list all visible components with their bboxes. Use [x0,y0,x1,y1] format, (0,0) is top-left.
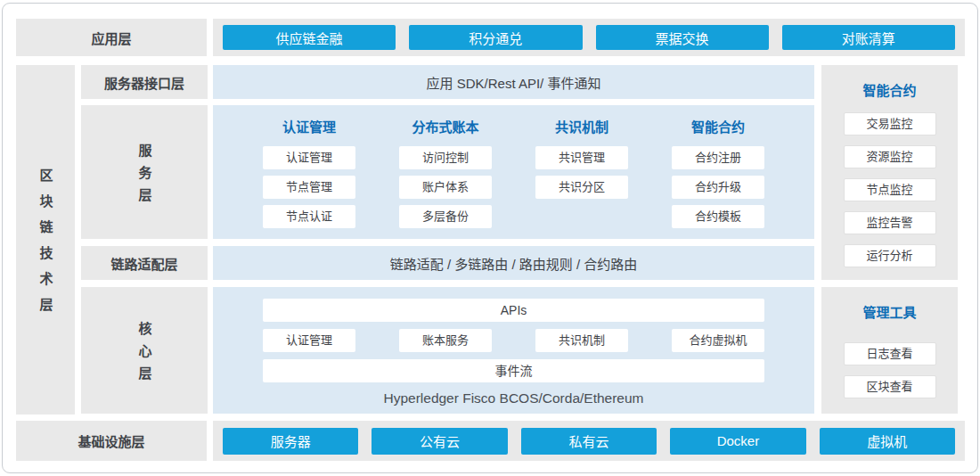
core-layer-panel: APIs 认证管理 账本服务 共识机制 合约虚拟机 事件流 Hyperledge… [213,287,814,414]
service-item[interactable]: 节点认证 [263,205,355,228]
platforms-text: Hyperledger Fisco BCOS/Corda/Ethereum [263,390,764,406]
service-column-consensus: 共识机制 共识管理 共识分区 [535,117,628,239]
infra-button-server[interactable]: 服务器 [223,428,358,455]
app-button-points-exchange[interactable]: 积分通兑 [409,25,582,50]
service-item[interactable]: 共识管理 [535,146,628,169]
service-column-header: 认证管理 [263,117,355,135]
service-item[interactable]: 共识分区 [535,176,628,199]
service-item[interactable]: 合约模板 [672,205,764,228]
management-tools-items: 日志查看 区块查看 [821,342,958,398]
infra-button-private-cloud[interactable]: 私有云 [521,428,657,455]
service-item[interactable]: 节点管理 [263,176,355,199]
apis-bar: APIs [263,299,764,322]
monitoring-panel-header: 智能合约 [821,80,958,99]
infra-button-vm[interactable]: 虚拟机 [820,428,955,455]
architecture-diagram: 应用层 供应链金融 积分通兑 票据交换 对账清算 区块链技术层 服务器接口层 服… [2,3,978,473]
infra-button-docker[interactable]: Docker [670,428,805,455]
service-item[interactable]: 访问控制 [399,146,492,169]
service-column-auth: 认证管理 认证管理 节点管理 节点认证 [263,117,355,239]
monitoring-item[interactable]: 资源监控 [844,145,936,168]
link-adaptation-bar: 链路适配 / 多链路由 / 路由规则 / 合约路由 [213,246,814,280]
core-layer-label: 核心层 [81,287,208,414]
management-tools-header: 管理工具 [821,302,958,321]
service-item[interactable]: 账户体系 [399,176,492,199]
app-button-bill-exchange[interactable]: 票据交换 [596,25,769,50]
service-item[interactable]: 多层备份 [399,205,492,228]
service-column-smart-contract: 智能合约 合约注册 合约升级 合约模板 [672,117,764,239]
core-module[interactable]: 账本服务 [399,329,492,352]
service-column-ledger: 分布式账本 访问控制 账户体系 多层备份 [399,117,492,239]
app-button-reconciliation-clearing[interactable]: 对账清算 [782,25,955,50]
service-column-header: 智能合约 [672,117,764,135]
monitoring-item[interactable]: 运行分析 [844,244,936,267]
blockchain-tech-layer-strip: 区块链技术层 [16,65,75,414]
infra-button-public-cloud[interactable]: 公有云 [372,428,507,455]
service-column-header: 分布式账本 [399,117,492,135]
monitoring-item[interactable]: 节点监控 [844,178,936,201]
event-stream-bar: 事件流 [263,359,764,382]
link-layer-label: 链路适配层 [81,246,208,280]
monitoring-panel: 智能合约 交易监控 资源监控 节点监控 监控告警 运行分析 [821,65,958,280]
core-modules-row: 认证管理 账本服务 共识机制 合约虚拟机 [263,329,764,352]
interface-layer-label: 服务器接口层 [81,65,208,99]
management-tool-item[interactable]: 区块查看 [844,375,936,398]
service-column-header: 共识机制 [535,117,628,135]
blockchain-tech-layer-label: 区块链技术层 [37,156,55,324]
management-tool-item[interactable]: 日志查看 [844,342,936,365]
management-tools-panel: 管理工具 日志查看 区块查看 [821,287,958,414]
app-layer-strip: 供应链金融 积分通兑 票据交换 对账清算 [213,19,965,56]
monitoring-item[interactable]: 监控告警 [844,211,936,234]
service-item[interactable]: 合约升级 [672,176,764,199]
core-module[interactable]: 共识机制 [535,329,628,352]
app-button-supply-chain-finance[interactable]: 供应链金融 [223,25,396,50]
service-layer-panel: 认证管理 认证管理 节点管理 节点认证 分布式账本 访问控制 账户体系 多层备份… [213,105,814,239]
service-item[interactable]: 合约注册 [672,146,764,169]
service-item[interactable]: 认证管理 [263,146,355,169]
infra-layer-label: 基础设施层 [16,421,207,461]
infra-layer-strip: 服务器 公有云 私有云 Docker 虚拟机 [213,421,965,461]
monitoring-item[interactable]: 交易监控 [844,112,936,135]
service-layer-label: 服务层 [81,105,208,239]
monitoring-items: 交易监控 资源监控 节点监控 监控告警 运行分析 [821,112,958,267]
core-module[interactable]: 合约虚拟机 [672,329,764,352]
app-layer-label: 应用层 [16,19,207,56]
core-module[interactable]: 认证管理 [263,329,355,352]
sdk-api-bar: 应用 SDK/Rest API/ 事件通知 [213,65,814,99]
